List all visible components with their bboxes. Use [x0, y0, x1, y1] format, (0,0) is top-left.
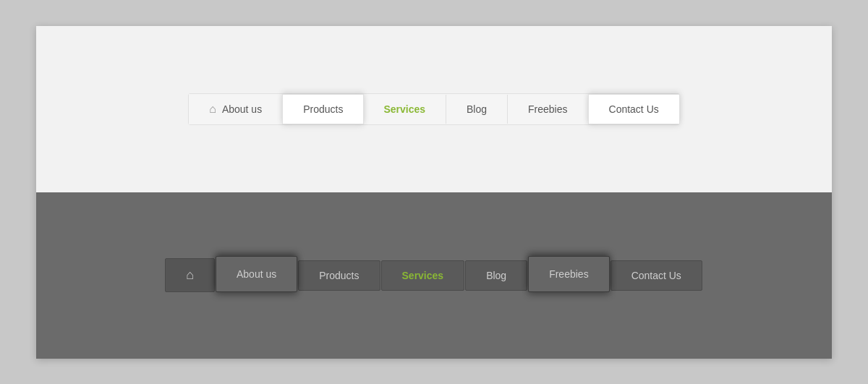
dark-nav-contact-label: Contact Us: [631, 270, 681, 281]
dark-nav-services-label: Services: [402, 270, 444, 281]
light-nav-contact-label: Contact Us: [609, 103, 659, 115]
home-icon: ⌂: [209, 103, 216, 116]
dark-nav-freebies-label: Freebies: [549, 268, 588, 280]
dark-navbar: ⌂ About us Products Services Blog Freebi…: [165, 258, 703, 292]
dark-nav-contact[interactable]: Contact Us: [610, 260, 702, 291]
dark-nav-products-label: Products: [319, 270, 359, 281]
light-nav-blog-label: Blog: [467, 103, 487, 115]
dark-nav-blog-label: Blog: [486, 270, 506, 281]
dark-nav-freebies[interactable]: Freebies: [528, 256, 609, 292]
dark-nav-about[interactable]: About us: [216, 256, 297, 292]
dark-nav-products[interactable]: Products: [298, 260, 380, 291]
dark-nav-blog[interactable]: Blog: [465, 260, 527, 291]
dark-nav-about-label: About us: [237, 268, 276, 280]
dark-nav-services[interactable]: Services: [381, 260, 465, 291]
light-section: ⌂ About us Products Services Blog Freebi…: [36, 26, 832, 192]
light-nav-freebies-label: Freebies: [528, 103, 567, 115]
main-container: ⌂ About us Products Services Blog Freebi…: [36, 26, 832, 359]
dark-nav-home[interactable]: ⌂: [165, 258, 215, 292]
home-icon-dark: ⌂: [186, 268, 194, 283]
light-nav-services-label: Services: [383, 103, 425, 115]
light-nav-home[interactable]: ⌂ About us: [189, 94, 283, 124]
light-nav-home-label: About us: [222, 103, 262, 115]
light-nav-blog[interactable]: Blog: [446, 95, 508, 124]
light-nav-products-label: Products: [303, 103, 343, 115]
light-navbar: ⌂ About us Products Services Blog Freebi…: [188, 93, 680, 125]
light-nav-products[interactable]: Products: [282, 94, 364, 124]
light-nav-contact[interactable]: Contact Us: [588, 94, 680, 124]
light-nav-services[interactable]: Services: [363, 95, 446, 124]
dark-section: ⌂ About us Products Services Blog Freebi…: [36, 192, 832, 359]
light-nav-freebies[interactable]: Freebies: [508, 95, 588, 124]
